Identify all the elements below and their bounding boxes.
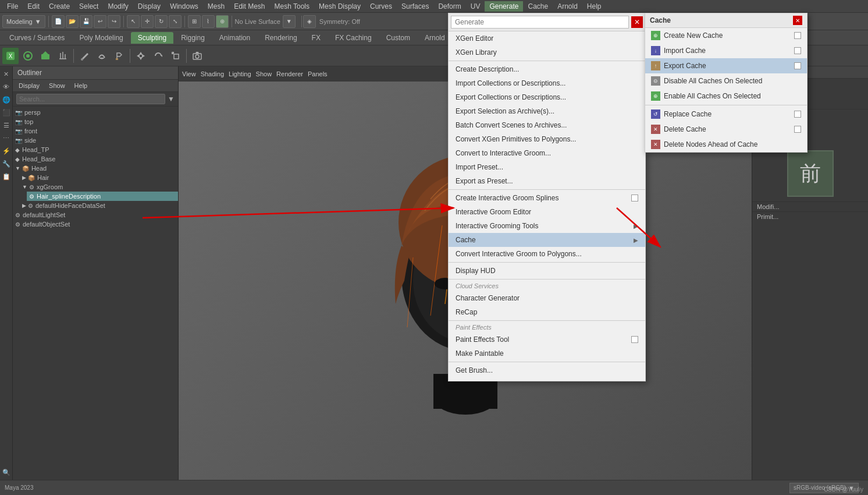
rotate-btn[interactable]: ↻: [155, 15, 168, 28]
tree-side[interactable]: 📷 side: [13, 136, 178, 145]
gen-char-gen[interactable]: Character Generator: [449, 291, 645, 305]
menu-mesh-display[interactable]: Mesh Display: [314, 1, 365, 12]
save-file-btn[interactable]: 💾: [80, 15, 93, 28]
gen-import-collections[interactable]: Import Collections or Descriptions...: [449, 76, 645, 90]
gen-get-brush[interactable]: Get Brush...: [449, 363, 645, 377]
left-icon-1[interactable]: ✕: [1, 69, 12, 79]
symmetry-btn[interactable]: ◈: [303, 15, 316, 28]
tab-rigging[interactable]: Rigging: [174, 32, 212, 44]
tree-head[interactable]: ▼ 📦 Head: [13, 164, 178, 173]
gen-create-groom-splines[interactable]: Create Interactive Groom Splines: [449, 191, 645, 205]
generate-search-input[interactable]: [451, 16, 629, 29]
tree-front[interactable]: 📷 front: [13, 126, 178, 136]
menu-deform[interactable]: Deform: [433, 1, 465, 12]
tree-hair[interactable]: ▶ 📦 Hair: [20, 173, 178, 182]
gen-create-desc[interactable]: Create Description...: [449, 62, 645, 76]
left-icon-6[interactable]: ⋯: [1, 133, 12, 143]
menu-windows[interactable]: Windows: [165, 1, 203, 12]
snap-curve-btn[interactable]: ⌇: [202, 15, 215, 28]
left-icon-8[interactable]: 🔧: [1, 158, 12, 169]
new-file-btn[interactable]: 📄: [52, 15, 65, 28]
gen-template-brush[interactable]: Template Brush Settings...: [449, 377, 645, 381]
gen-recap[interactable]: ReCap: [449, 305, 645, 319]
cache-disable-all[interactable]: ⊝ Disable All Caches On Selected: [645, 73, 807, 89]
menu-select[interactable]: Select: [74, 1, 103, 12]
gen-convert-xgen[interactable]: Convert XGen Primitives to Polygons...: [449, 132, 645, 146]
tree-head-base[interactable]: ◆ Head_Base: [13, 154, 178, 164]
menu-generate[interactable]: Generate: [485, 1, 523, 12]
rotate-icon[interactable]: [150, 48, 166, 64]
menu-curves[interactable]: Curves: [365, 1, 397, 12]
gen-display-hud[interactable]: Display HUD: [449, 264, 645, 278]
gen-export-selection[interactable]: Export Selection as Archive(s)...: [449, 104, 645, 118]
tab-curves-surfaces[interactable]: Curves / Surfaces: [2, 32, 72, 44]
cache-delete[interactable]: ✕ Delete Cache: [645, 122, 807, 137]
gen-cache[interactable]: Cache ▶: [449, 233, 645, 247]
outliner-display[interactable]: Display: [15, 81, 43, 90]
viewport-lighting[interactable]: Lighting: [229, 70, 251, 77]
search-dropdown-btn[interactable]: ▼: [168, 95, 175, 103]
sculpt-icon[interactable]: [94, 48, 110, 64]
tab-sculpting[interactable]: Sculpting: [131, 32, 173, 44]
scale-icon[interactable]: [168, 48, 184, 64]
left-icon-search[interactable]: 🔍: [1, 467, 12, 478]
tab-fx-caching[interactable]: FX Caching: [328, 32, 379, 44]
viewport-show[interactable]: Show: [256, 70, 272, 77]
cache-close-btn[interactable]: ✕: [793, 16, 802, 25]
tree-hair-spline[interactable]: ⚙ Hair_splineDescription: [27, 192, 178, 201]
left-icon-5[interactable]: ☰: [1, 120, 12, 130]
gen-convert-interactive[interactable]: Convert Interactive Groom to Polygons...: [449, 247, 645, 261]
tree-default-light[interactable]: ⚙ defaultLightSet: [13, 210, 178, 220]
open-file-btn[interactable]: 📂: [66, 15, 79, 28]
tree-head-tp[interactable]: ◆ Head_TP: [13, 145, 178, 154]
left-icon-3[interactable]: 🌐: [1, 94, 12, 105]
xgen-icon-4[interactable]: [55, 48, 71, 64]
cache-replace[interactable]: ↺ Replace Cache: [645, 107, 807, 122]
menu-create[interactable]: Create: [44, 1, 74, 12]
tree-xggroom[interactable]: ▼ ⚙ xgGroom: [20, 182, 178, 192]
move-btn[interactable]: ✛: [141, 15, 154, 28]
viewport-shading[interactable]: Shading: [201, 70, 224, 77]
cache-delete-nodes[interactable]: ✕ Delete Nodes Ahead of Cache: [645, 137, 807, 152]
cache-create-new[interactable]: ⊕ Create New Cache: [645, 28, 807, 43]
menu-surfaces[interactable]: Surfaces: [397, 1, 433, 12]
cache-export[interactable]: ↑ Export Cache: [645, 58, 807, 73]
gen-export-collections[interactable]: Export Collections or Descriptions...: [449, 90, 645, 104]
viewport-renderer[interactable]: Renderer: [276, 70, 303, 77]
tab-poly-modeling[interactable]: Poly Modeling: [72, 32, 130, 44]
gen-grooming-tools[interactable]: Interactive Grooming Tools ▶: [449, 219, 645, 233]
gen-import-preset[interactable]: Import Preset...: [449, 160, 645, 174]
left-icon-4[interactable]: ⬛: [1, 107, 12, 118]
menu-mesh-tools[interactable]: Mesh Tools: [270, 1, 314, 12]
menu-uv[interactable]: UV: [466, 1, 485, 12]
camera-icon[interactable]: [189, 48, 205, 64]
menu-cache[interactable]: Cache: [523, 1, 553, 12]
left-icon-7[interactable]: ⚡: [1, 146, 12, 156]
tree-default-hide[interactable]: ▶ ⚙ defaultHideFaceDataSet: [20, 201, 178, 210]
snap-grid-btn[interactable]: ⊞: [188, 15, 201, 28]
xgen-icon-2[interactable]: [20, 48, 36, 64]
tree-default-object[interactable]: ⚙ defaultObjectSet: [13, 220, 178, 229]
cache-enable-all[interactable]: ⊕ Enable All Caches On Selected: [645, 89, 807, 104]
viewport-view[interactable]: View: [182, 70, 196, 77]
gen-xgen-editor[interactable]: XGen Editor: [449, 31, 645, 45]
scale-btn[interactable]: ⤡: [169, 15, 182, 28]
tab-fx[interactable]: FX: [305, 32, 328, 44]
tree-persp[interactable]: 📷 persp: [13, 108, 178, 117]
gen-make-paintable[interactable]: Make Paintable: [449, 346, 645, 360]
gen-paint-effects-tool[interactable]: Paint Effects Tool: [449, 333, 645, 346]
viewport-panels[interactable]: Panels: [308, 70, 328, 77]
tab-rendering[interactable]: Rendering: [258, 32, 304, 44]
menu-mesh[interactable]: Mesh: [203, 1, 229, 12]
menu-edit[interactable]: Edit: [23, 1, 44, 12]
search-input[interactable]: [16, 94, 165, 104]
snap-point-btn[interactable]: ⊕: [216, 15, 229, 28]
tree-top[interactable]: 📷 top: [13, 117, 178, 126]
brush-icon[interactable]: [76, 48, 93, 64]
menu-file[interactable]: File: [2, 1, 23, 12]
mode-dropdown[interactable]: Modeling ▼: [2, 15, 45, 28]
left-icon-9[interactable]: 📋: [1, 171, 12, 182]
redo-btn[interactable]: ↪: [108, 15, 120, 28]
live-surface-dropdown[interactable]: ▼: [283, 15, 296, 28]
move-icon[interactable]: [133, 48, 149, 64]
